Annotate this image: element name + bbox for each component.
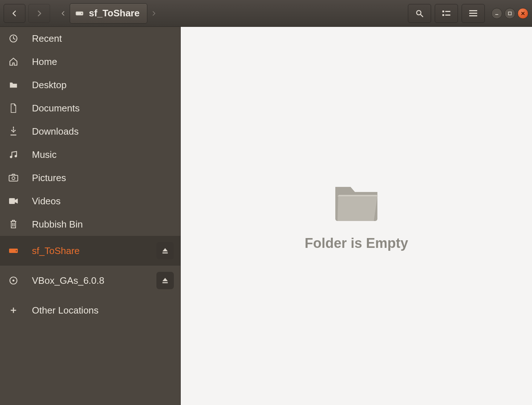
- sidebar-item-label: Recent: [32, 33, 174, 44]
- back-button[interactable]: [4, 4, 25, 23]
- maximize-icon: [508, 11, 512, 16]
- body: Recent Home Desktop Documents Downloads: [0, 27, 532, 405]
- svg-rect-10: [469, 13, 477, 14]
- empty-folder-text: Folder is Empty: [304, 236, 408, 251]
- svg-line-4: [421, 15, 423, 17]
- path-segment-label: sf_ToShare: [89, 8, 140, 19]
- sidebar-item-music[interactable]: Music: [0, 143, 180, 166]
- svg-point-26: [16, 250, 17, 251]
- list-view-icon: [442, 10, 451, 17]
- eject-icon: [161, 277, 169, 285]
- svg-point-29: [12, 279, 14, 281]
- svg-rect-9: [469, 10, 477, 11]
- svg-rect-22: [9, 198, 15, 204]
- minimize-button[interactable]: [491, 8, 502, 19]
- sidebar-item-home[interactable]: Home: [0, 50, 180, 73]
- eject-button[interactable]: [156, 242, 174, 259]
- svg-point-2: [81, 13, 82, 14]
- sidebar-item-label: sf_ToShare: [32, 245, 143, 257]
- path-bar: sf_ToShare: [57, 3, 160, 24]
- header-bar: sf_ToShare: [0, 0, 532, 27]
- sidebar-item-label: Documents: [32, 103, 174, 114]
- path-prev-icon[interactable]: [57, 4, 70, 23]
- sidebar-item-other-locations[interactable]: Other Locations: [0, 295, 180, 325]
- content-pane: Folder is Empty: [181, 27, 532, 405]
- sidebar-item-pictures[interactable]: Pictures: [0, 166, 180, 189]
- drive-icon: [75, 9, 84, 18]
- svg-rect-6: [445, 11, 450, 12]
- svg-rect-11: [469, 15, 477, 16]
- plus-icon: [8, 306, 19, 314]
- empty-folder-icon: [331, 181, 382, 225]
- eject-button[interactable]: [156, 272, 174, 289]
- music-icon: [8, 150, 19, 159]
- path-segment-current[interactable]: sf_ToShare: [70, 3, 147, 24]
- window-controls: [491, 8, 528, 19]
- path-next-icon[interactable]: [147, 4, 160, 23]
- sidebar-item-sf-toshare[interactable]: sf_ToShare: [0, 236, 180, 266]
- svg-point-19: [15, 155, 17, 158]
- home-icon: [8, 57, 19, 66]
- sidebar-item-videos[interactable]: Videos: [0, 189, 180, 213]
- camera-icon: [8, 174, 19, 182]
- svg-rect-30: [163, 282, 168, 283]
- sidebar-item-label: Videos: [32, 196, 174, 207]
- minimize-icon: [495, 11, 499, 16]
- sidebar-item-label: Home: [32, 56, 174, 68]
- svg-rect-5: [442, 11, 444, 12]
- clock-icon: [8, 34, 19, 43]
- drive-icon: [8, 247, 19, 254]
- sidebar-item-trash[interactable]: Rubbish Bin: [0, 213, 180, 236]
- search-button[interactable]: [408, 4, 431, 23]
- disc-icon: [8, 276, 19, 285]
- svg-point-21: [12, 177, 15, 180]
- close-icon: [521, 11, 525, 16]
- sidebar-item-label: Other Locations: [32, 305, 174, 316]
- sidebar-item-label: Pictures: [32, 172, 174, 184]
- maximize-button[interactable]: [504, 8, 515, 19]
- svg-point-18: [10, 156, 12, 158]
- chevron-left-icon: [11, 10, 18, 17]
- sidebar-item-recent[interactable]: Recent: [0, 27, 180, 50]
- eject-icon: [161, 247, 169, 255]
- sidebar-item-documents[interactable]: Documents: [0, 97, 180, 120]
- hamburger-icon: [469, 10, 477, 17]
- close-button[interactable]: [517, 8, 528, 19]
- sidebar-item-label: VBox_GAs_6.0.8: [32, 275, 143, 286]
- video-icon: [8, 197, 19, 205]
- svg-rect-27: [163, 253, 168, 254]
- folder-icon: [8, 80, 19, 90]
- download-icon: [8, 126, 19, 136]
- sidebar-item-label: Rubbish Bin: [32, 219, 174, 230]
- sidebar-item-label: Music: [32, 149, 174, 160]
- document-icon: [8, 103, 19, 113]
- sidebar-item-downloads[interactable]: Downloads: [0, 120, 180, 143]
- svg-rect-13: [508, 12, 511, 15]
- sidebar-item-label: Downloads: [32, 126, 174, 137]
- svg-rect-8: [445, 15, 450, 16]
- svg-rect-20: [9, 175, 18, 181]
- menu-button[interactable]: [462, 4, 485, 23]
- search-icon: [415, 9, 424, 18]
- sidebar: Recent Home Desktop Documents Downloads: [0, 27, 181, 405]
- view-mode-button[interactable]: [435, 4, 458, 23]
- trash-icon: [8, 219, 19, 229]
- sidebar-item-vbox-gas[interactable]: VBox_GAs_6.0.8: [0, 266, 180, 295]
- svg-rect-7: [442, 14, 444, 16]
- chevron-right-icon: [36, 10, 43, 17]
- forward-button[interactable]: [28, 4, 50, 23]
- sidebar-item-label: Desktop: [32, 79, 174, 91]
- sidebar-item-desktop[interactable]: Desktop: [0, 73, 180, 97]
- toolbar-right: [408, 4, 528, 23]
